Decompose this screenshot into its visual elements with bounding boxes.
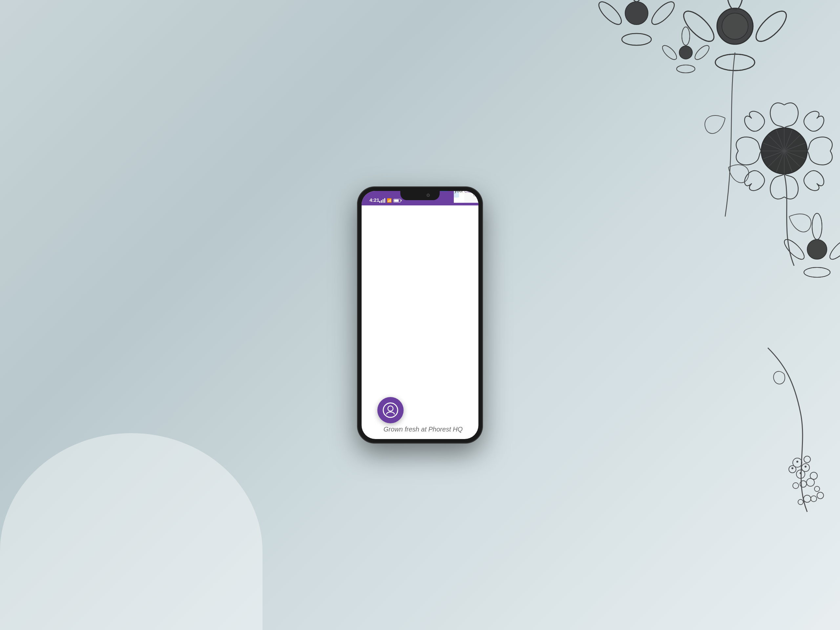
- svg-point-5: [679, 6, 718, 46]
- svg-line-27: [769, 135, 784, 151]
- svg-line-25: [769, 151, 784, 167]
- svg-point-49: [804, 456, 810, 463]
- svg-point-69: [827, 237, 840, 262]
- svg-point-51: [800, 481, 807, 487]
- svg-point-3: [752, 6, 791, 46]
- svg-point-60: [805, 466, 806, 467]
- phone-device: 4:21 📶 ← Sa: [358, 187, 482, 443]
- signal-icon: [379, 198, 385, 203]
- svg-point-10: [625, 2, 648, 25]
- phone-screen: 4:21 📶 ← Sa: [362, 191, 478, 439]
- phorest-logo: [377, 397, 404, 423]
- svg-line-33: [763, 151, 784, 159]
- svg-point-50: [807, 478, 815, 486]
- svg-point-12: [648, 0, 677, 28]
- svg-point-15: [631, 0, 643, 2]
- svg-point-47: [796, 470, 805, 478]
- wifi-icon: 📶: [387, 198, 392, 203]
- svg-point-1: [722, 13, 748, 39]
- svg-line-34: [763, 143, 784, 151]
- svg-point-65: [827, 237, 840, 262]
- svg-point-54: [815, 486, 819, 491]
- svg-point-45: [793, 458, 802, 467]
- svg-point-13: [622, 33, 651, 45]
- svg-point-19: [761, 128, 807, 174]
- svg-point-43: [677, 65, 695, 73]
- svg-line-21: [784, 135, 800, 151]
- svg-point-61: [800, 472, 801, 474]
- notch: [400, 191, 440, 200]
- message-bubble: Great. Come on in, Hayley is ready for y…: [454, 191, 459, 197]
- svg-point-2: [727, 0, 743, 10]
- svg-point-40: [660, 43, 679, 62]
- svg-line-29: [784, 143, 805, 151]
- status-time: 4:21: [369, 197, 379, 203]
- messages-area: I'm running 5 minutes late Thanks Sarah …: [454, 191, 464, 203]
- svg-point-62: [792, 467, 793, 469]
- svg-point-46: [802, 464, 810, 472]
- svg-point-57: [804, 495, 811, 502]
- svg-line-28: [784, 130, 792, 151]
- svg-point-9: [679, 6, 718, 46]
- svg-line-31: [784, 151, 792, 172]
- svg-point-44: [660, 43, 679, 62]
- svg-point-73: [388, 406, 393, 411]
- svg-point-39: [677, 65, 695, 73]
- svg-point-36: [679, 46, 692, 59]
- tab-my-chats[interactable]: ☆ My Chats: [473, 191, 478, 197]
- svg-point-58: [798, 499, 803, 505]
- svg-point-66: [804, 267, 830, 277]
- status-bar: 4:21 📶 ← Sa: [362, 191, 478, 205]
- svg-point-4: [715, 54, 755, 71]
- svg-point-56: [811, 496, 817, 502]
- tab-chats[interactable]: 💬 Chats: [464, 191, 473, 193]
- svg-point-67: [782, 237, 807, 262]
- front-camera: [426, 194, 430, 197]
- svg-point-38: [693, 43, 711, 62]
- svg-point-17: [622, 33, 651, 45]
- bottom-nav: 💬 Chats ☆ My Chats ❓ Help: [464, 191, 478, 203]
- svg-point-63: [807, 240, 827, 259]
- svg-point-55: [817, 492, 824, 499]
- status-icons: 📶: [379, 198, 401, 203]
- svg-point-71: [782, 237, 807, 262]
- svg-point-14: [595, 0, 625, 28]
- svg-point-64: [812, 213, 822, 240]
- svg-point-16: [648, 0, 677, 28]
- svg-line-35: [776, 130, 784, 151]
- footer-text: Grown fresh at Phorest HQ: [384, 426, 463, 433]
- svg-line-23: [784, 151, 800, 167]
- svg-point-52: [793, 483, 799, 489]
- svg-point-41: [682, 27, 690, 45]
- svg-line-32: [776, 151, 784, 172]
- svg-line-30: [784, 151, 805, 159]
- svg-point-48: [789, 466, 796, 473]
- battery-fill: [394, 199, 399, 202]
- svg-point-53: [810, 472, 817, 479]
- svg-point-7: [752, 6, 791, 46]
- svg-point-70: [804, 267, 830, 277]
- svg-point-6: [727, 0, 743, 10]
- svg-point-42: [693, 43, 711, 62]
- svg-point-8: [715, 54, 755, 71]
- battery-icon: [393, 199, 401, 202]
- svg-point-11: [631, 0, 643, 2]
- svg-point-37: [682, 27, 690, 45]
- phone-frame: 4:21 📶 ← Sa: [358, 187, 482, 443]
- svg-point-18: [595, 0, 625, 28]
- tab-my-chats-label: My Chats: [473, 191, 478, 197]
- background-curve: [0, 433, 262, 630]
- tab-chats-label: Chats: [464, 191, 473, 193]
- person-icon[interactable]: 👤: [440, 191, 448, 192]
- svg-point-72: [383, 403, 398, 417]
- svg-point-59: [797, 461, 798, 462]
- svg-point-0: [717, 8, 753, 44]
- svg-point-68: [812, 213, 822, 240]
